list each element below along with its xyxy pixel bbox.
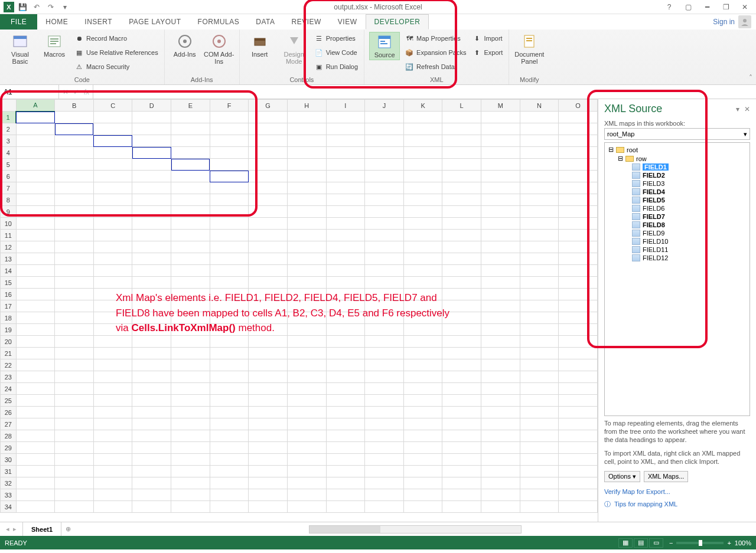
row-header[interactable]: 6 <box>1 171 17 182</box>
cell[interactable] <box>249 442 288 454</box>
cell[interactable] <box>132 454 171 466</box>
addins-button[interactable]: Add-Ins <box>170 32 200 59</box>
cell[interactable] <box>481 135 520 147</box>
cell[interactable] <box>442 407 481 418</box>
cell[interactable] <box>403 206 442 218</box>
cell[interactable] <box>210 159 249 171</box>
row-header[interactable]: 25 <box>1 395 17 407</box>
cell[interactable] <box>16 182 55 194</box>
cell[interactable] <box>559 123 598 135</box>
cell[interactable] <box>559 359 598 371</box>
column-header[interactable]: D <box>132 100 171 112</box>
cell[interactable] <box>559 442 598 454</box>
cell[interactable] <box>365 159 404 171</box>
cell[interactable] <box>93 383 132 395</box>
row-header[interactable]: 26 <box>1 407 17 418</box>
cell[interactable] <box>249 501 288 513</box>
cell[interactable] <box>559 501 598 513</box>
cell[interactable] <box>365 348 404 359</box>
cell[interactable] <box>16 218 55 230</box>
cell[interactable] <box>403 454 442 466</box>
cell[interactable] <box>442 112 481 123</box>
cell[interactable] <box>55 218 94 230</box>
cell[interactable] <box>16 501 55 513</box>
cell[interactable] <box>132 206 171 218</box>
normal-view-icon[interactable]: ▦ <box>618 538 633 548</box>
restore-icon[interactable]: ❐ <box>719 1 732 13</box>
cell[interactable] <box>326 265 365 277</box>
cell[interactable] <box>287 194 326 206</box>
cell[interactable] <box>171 218 210 230</box>
tips-link[interactable]: ⓘ Tips for mapping XML <box>598 498 756 511</box>
cell[interactable] <box>326 418 365 430</box>
cell[interactable] <box>93 348 132 359</box>
cell[interactable] <box>365 466 404 477</box>
cell[interactable] <box>559 135 598 147</box>
column-header[interactable]: M <box>481 100 520 112</box>
cell[interactable] <box>171 442 210 454</box>
cell[interactable] <box>481 371 520 383</box>
expansion-packs-button[interactable]: 📦Expansion Packs <box>403 46 467 59</box>
column-header[interactable]: F <box>210 100 249 112</box>
row-header[interactable]: 24 <box>1 383 17 395</box>
cell[interactable] <box>520 407 559 418</box>
cell[interactable] <box>287 253 326 265</box>
cell[interactable] <box>132 218 171 230</box>
cell[interactable] <box>16 383 55 395</box>
cell[interactable] <box>520 218 559 230</box>
cell[interactable] <box>132 395 171 407</box>
cell[interactable] <box>403 159 442 171</box>
cell[interactable] <box>481 265 520 277</box>
cell[interactable] <box>55 289 94 300</box>
tab-view[interactable]: VIEW <box>330 14 366 30</box>
cell[interactable] <box>55 395 94 407</box>
formula-input[interactable] <box>93 85 756 99</box>
cell[interactable] <box>93 171 132 182</box>
cell[interactable] <box>93 477 132 489</box>
cell[interactable] <box>16 194 55 206</box>
cell[interactable] <box>442 194 481 206</box>
cell[interactable] <box>16 418 55 430</box>
cell[interactable] <box>55 171 94 182</box>
cell[interactable] <box>210 135 249 147</box>
cell[interactable] <box>442 477 481 489</box>
cell[interactable] <box>326 348 365 359</box>
cell[interactable] <box>326 123 365 135</box>
cell[interactable] <box>249 407 288 418</box>
cell[interactable] <box>559 241 598 253</box>
cell[interactable] <box>365 430 404 442</box>
cell[interactable] <box>16 159 55 171</box>
cell[interactable] <box>365 194 404 206</box>
cell[interactable] <box>559 395 598 407</box>
cell[interactable] <box>403 182 442 194</box>
column-header[interactable]: B <box>55 100 94 112</box>
cell[interactable] <box>55 348 94 359</box>
cell[interactable] <box>171 206 210 218</box>
cell[interactable] <box>93 159 132 171</box>
row-header[interactable]: 18 <box>1 312 17 324</box>
row-header[interactable]: 1 <box>1 112 17 123</box>
cell[interactable] <box>55 336 94 348</box>
cell[interactable] <box>403 265 442 277</box>
row-header[interactable]: 28 <box>1 430 17 442</box>
row-header[interactable]: 3 <box>1 135 17 147</box>
cell[interactable] <box>93 147 132 159</box>
tree-node-field[interactable]: FIELD11 <box>606 246 748 254</box>
cell[interactable] <box>132 135 171 147</box>
cell[interactable] <box>326 371 365 383</box>
cell[interactable] <box>559 348 598 359</box>
cell[interactable] <box>210 206 249 218</box>
cell[interactable] <box>559 206 598 218</box>
cell[interactable] <box>16 265 55 277</box>
cell[interactable] <box>520 171 559 182</box>
cell[interactable] <box>55 312 94 324</box>
cell[interactable] <box>171 395 210 407</box>
cell[interactable] <box>326 477 365 489</box>
cell[interactable] <box>55 265 94 277</box>
cell[interactable] <box>16 171 55 182</box>
cell[interactable] <box>55 112 94 123</box>
cell[interactable] <box>55 466 94 477</box>
cell[interactable] <box>559 265 598 277</box>
row-header[interactable]: 9 <box>1 206 17 218</box>
cell[interactable] <box>481 253 520 265</box>
